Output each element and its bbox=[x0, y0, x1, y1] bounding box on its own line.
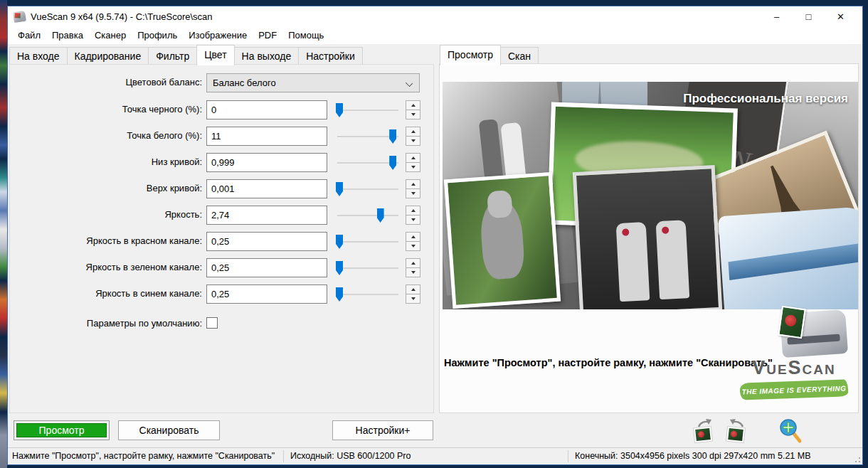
desktop-edge-strip bbox=[0, 0, 7, 468]
spin-up-icon bbox=[406, 206, 420, 215]
spin-down-icon bbox=[406, 215, 420, 223]
curve-low-spinner[interactable] bbox=[406, 153, 420, 172]
spin-down-icon bbox=[406, 188, 420, 197]
preview-button[interactable]: Просмотр bbox=[16, 423, 107, 437]
status-output: Конечный: 3504x4956 pixels 300 dpi 297x4… bbox=[575, 451, 811, 461]
logo-tagline: THE IMAGE IS EVERYTHING bbox=[740, 379, 849, 400]
spin-down-icon bbox=[406, 162, 420, 171]
spin-up-icon bbox=[406, 259, 420, 267]
brightness-spinner[interactable] bbox=[406, 206, 420, 225]
minimize-button[interactable]: – bbox=[761, 7, 793, 26]
preview-image[interactable]: SNAP Профессиональная версия bbox=[443, 82, 858, 309]
status-bar: Нажмите "Просмотр", настройте рамку, наж… bbox=[8, 447, 862, 464]
preview-hint-text: Нажмите "Просмотр", настройте рамку, наж… bbox=[444, 357, 773, 368]
tab-input[interactable]: На входе bbox=[9, 47, 68, 65]
brightness-blue-label: Яркость в синем канале: bbox=[10, 288, 202, 299]
resize-grip[interactable] bbox=[852, 454, 861, 463]
default-params-label: Параметры по умолчанию: bbox=[10, 318, 202, 329]
brightness-green-slider[interactable] bbox=[336, 260, 400, 277]
white-point-spinner[interactable] bbox=[406, 127, 420, 146]
brightness-red-spinner[interactable] bbox=[406, 232, 420, 251]
settings-plus-button[interactable]: Настройки+ bbox=[332, 420, 433, 440]
spin-down-icon bbox=[406, 267, 420, 276]
rotate-left-icon[interactable] bbox=[692, 418, 718, 445]
spin-up-icon bbox=[406, 233, 420, 241]
spin-down-icon bbox=[406, 136, 420, 144]
close-button[interactable]: ✕ bbox=[825, 7, 857, 26]
brightness-green-spinner[interactable] bbox=[406, 258, 420, 277]
default-params-checkbox[interactable] bbox=[206, 317, 218, 329]
scan-button[interactable]: Сканировать bbox=[118, 420, 220, 440]
spin-up-icon bbox=[406, 285, 420, 294]
tab-crop[interactable]: Кадрирование bbox=[68, 47, 149, 65]
brightness-red-input[interactable] bbox=[206, 232, 327, 251]
white-point-input[interactable] bbox=[206, 127, 327, 146]
preview-panel: SNAP Профессиональная версия Нажмите "Пр… bbox=[439, 63, 859, 413]
brightness-red-slider[interactable] bbox=[336, 233, 400, 250]
spin-down-icon bbox=[406, 110, 420, 118]
curve-high-input[interactable] bbox=[206, 179, 327, 198]
spin-down-icon bbox=[406, 294, 420, 302]
menu-help[interactable]: Помощь bbox=[282, 28, 329, 43]
curve-high-slider[interactable] bbox=[336, 181, 400, 198]
chevron-down-icon bbox=[406, 80, 412, 86]
photo-boys bbox=[573, 165, 722, 309]
curve-low-label: Низ кривой: bbox=[10, 156, 202, 167]
brightness-input[interactable] bbox=[206, 206, 327, 225]
menu-file[interactable]: Файл bbox=[12, 28, 46, 43]
menu-image[interactable]: Изображение bbox=[183, 28, 253, 43]
curve-low-slider[interactable] bbox=[336, 154, 400, 171]
black-point-input[interactable] bbox=[206, 100, 327, 119]
brightness-blue-input[interactable] bbox=[206, 284, 327, 304]
preview-button-frame: Просмотр bbox=[14, 420, 110, 440]
brightness-green-input[interactable] bbox=[206, 258, 327, 277]
brightness-green-label: Яркость в зеленом канале: bbox=[10, 262, 202, 272]
brightness-label: Яркость: bbox=[10, 209, 202, 220]
menu-profile[interactable]: Профиль bbox=[132, 28, 183, 43]
menu-edit[interactable]: Правка bbox=[46, 28, 89, 43]
zoom-in-icon[interactable] bbox=[775, 418, 800, 445]
white-point-slider[interactable] bbox=[336, 128, 400, 145]
tab-color[interactable]: Цвет bbox=[196, 45, 234, 65]
menu-pdf[interactable]: PDF bbox=[253, 28, 282, 43]
brightness-blue-slider[interactable] bbox=[336, 286, 400, 303]
black-point-slider[interactable] bbox=[336, 102, 400, 119]
spin-up-icon bbox=[406, 101, 420, 110]
spin-down-icon bbox=[406, 241, 420, 250]
app-icon bbox=[13, 10, 26, 22]
curve-low-input[interactable] bbox=[206, 153, 327, 172]
tab-output[interactable]: На выходе bbox=[235, 47, 300, 65]
brightness-red-label: Яркость в красном канале: bbox=[10, 235, 202, 246]
status-source: Исходный: USB 600/1200 Pro bbox=[290, 451, 411, 461]
vuescan-window: VueScan 9 x64 (9.5.74) - C:\TrueScore\sc… bbox=[7, 6, 863, 465]
edition-banner: Профессиональная версия bbox=[683, 92, 848, 106]
photo-icon bbox=[778, 306, 806, 339]
photo-scanner bbox=[718, 206, 858, 309]
photo-dog bbox=[444, 172, 561, 309]
spin-up-icon bbox=[406, 180, 420, 188]
vuescan-logo: VueScan THE IMAGE IS EVERYTHING bbox=[737, 312, 851, 405]
preview-tab-strip: Просмотр Скан bbox=[440, 45, 539, 65]
brightness-slider[interactable] bbox=[336, 207, 400, 224]
color-balance-label: Цветовой баланс: bbox=[10, 77, 202, 87]
color-settings-panel: Цветовой баланс: Баланс белого Точка чер… bbox=[9, 64, 434, 413]
menu-bar: Файл Правка Сканер Профиль Изображение P… bbox=[8, 26, 862, 44]
spin-up-icon bbox=[406, 127, 420, 136]
tab-preview[interactable]: Просмотр bbox=[440, 45, 501, 65]
title-bar[interactable]: VueScan 9 x64 (9.5.74) - C:\TrueScore\sc… bbox=[8, 6, 862, 26]
color-balance-select[interactable]: Баланс белого bbox=[206, 73, 420, 92]
menu-scanner[interactable]: Сканер bbox=[89, 28, 132, 43]
status-hint: Нажмите "Просмотр", настройте рамку, наж… bbox=[12, 451, 275, 461]
black-point-spinner[interactable] bbox=[406, 100, 420, 119]
tab-filter[interactable]: Фильтр bbox=[149, 47, 197, 65]
black-point-label: Точка черного (%): bbox=[10, 104, 202, 115]
curve-high-spinner[interactable] bbox=[406, 179, 420, 198]
settings-tab-strip: На входе Кадрирование Фильтр Цвет На вых… bbox=[9, 45, 363, 65]
spin-up-icon bbox=[406, 154, 420, 162]
maximize-button[interactable]: □ bbox=[793, 7, 825, 26]
rotate-right-icon[interactable] bbox=[725, 418, 751, 445]
tab-prefs[interactable]: Настройки bbox=[299, 47, 363, 65]
curve-high-label: Верх кривой: bbox=[10, 183, 202, 193]
brightness-blue-spinner[interactable] bbox=[406, 284, 420, 304]
window-title: VueScan 9 x64 (9.5.74) - C:\TrueScore\sc… bbox=[31, 11, 213, 22]
